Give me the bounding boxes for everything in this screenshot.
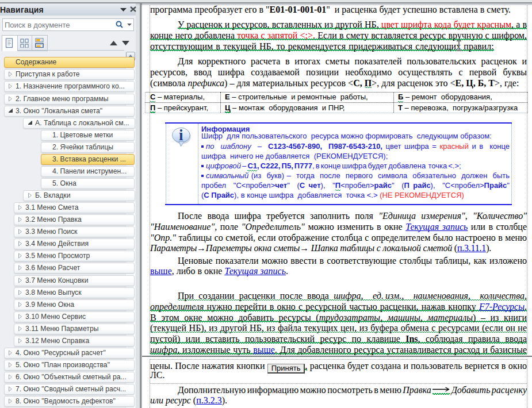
svg-text:i: i	[179, 126, 183, 144]
